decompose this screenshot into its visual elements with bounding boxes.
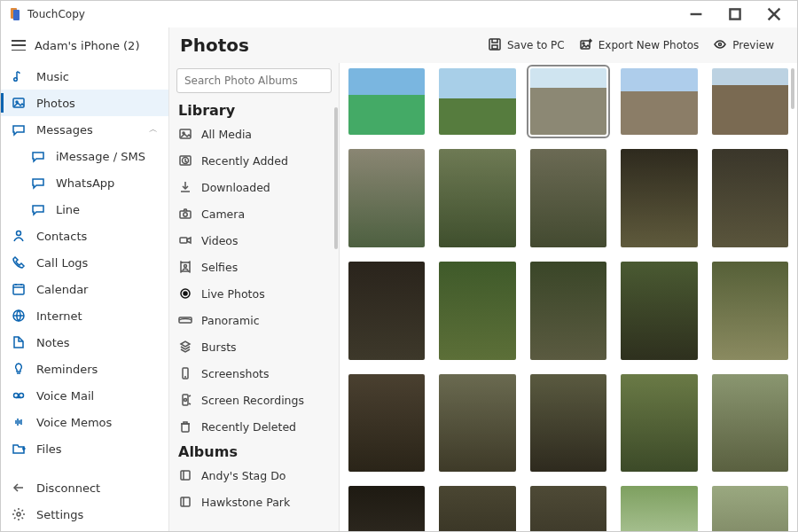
nav-line[interactable]: Line bbox=[1, 196, 168, 223]
library-item-label: All Media bbox=[201, 128, 252, 141]
nav-notes[interactable]: Notes bbox=[1, 329, 168, 356]
save-to-pc-button[interactable]: Save to PC bbox=[481, 34, 572, 58]
photo-thumbnail[interactable] bbox=[348, 374, 425, 473]
person-icon bbox=[12, 229, 26, 243]
library-item-recent[interactable]: Recently Added bbox=[169, 147, 339, 174]
library-item-camera[interactable]: Camera bbox=[169, 200, 339, 227]
library-item-label: Live Photos bbox=[201, 287, 265, 301]
photo-thumbnail[interactable] bbox=[712, 374, 788, 473]
library-item-allmedia[interactable]: All Media bbox=[169, 121, 339, 147]
svg-rect-34 bbox=[180, 238, 187, 243]
photo-thumbnail[interactable] bbox=[530, 149, 606, 247]
nav-contacts[interactable]: Contacts bbox=[1, 223, 168, 249]
photo-thumbnail[interactable] bbox=[712, 149, 788, 247]
nav-label: Call Logs bbox=[36, 256, 88, 270]
nav-label: Messages bbox=[36, 123, 93, 137]
photo-thumbnail[interactable] bbox=[348, 262, 425, 360]
photo-thumbnail[interactable] bbox=[530, 262, 606, 360]
svg-point-24 bbox=[583, 43, 584, 44]
album-scrollbar[interactable] bbox=[334, 107, 338, 249]
nav-label: Voice Mail bbox=[36, 389, 94, 403]
preview-button[interactable]: Preview bbox=[706, 34, 781, 58]
music-note-icon bbox=[12, 69, 26, 83]
photo-thumbnail[interactable] bbox=[439, 149, 515, 247]
nav-photos[interactable]: Photos bbox=[1, 90, 168, 116]
eye-icon bbox=[713, 37, 727, 54]
nav-calendar[interactable]: Calendar bbox=[1, 276, 168, 302]
photo-thumbnail[interactable] bbox=[348, 149, 425, 247]
photo-thumbnail[interactable] bbox=[621, 374, 697, 473]
window-maximize-button[interactable] bbox=[716, 1, 755, 27]
photo-thumbnail[interactable] bbox=[621, 68, 697, 135]
nav-label: Music bbox=[36, 70, 69, 83]
nav-voicememos[interactable]: Voice Memos bbox=[1, 409, 168, 435]
nav-imessage[interactable]: iMessage / SMS bbox=[1, 143, 168, 169]
library-item-videos[interactable]: Videos bbox=[169, 227, 339, 254]
library-item-screenrec[interactable]: Screen Recordings bbox=[169, 387, 339, 413]
page-header: Photos Save to PC Export New Photos Prev… bbox=[169, 27, 797, 63]
library-item-selfies[interactable]: Selfies bbox=[169, 254, 339, 280]
camera-icon bbox=[178, 207, 192, 221]
album-item[interactable]: Andy's Stag Do bbox=[169, 462, 339, 489]
photo-thumbnail[interactable] bbox=[712, 68, 788, 135]
nav-whatsapp[interactable]: WhatsApp bbox=[1, 169, 168, 196]
photo-thumbnail[interactable] bbox=[439, 374, 515, 473]
image-icon bbox=[178, 127, 192, 141]
photo-thumbnail[interactable] bbox=[621, 486, 697, 532]
photo-thumbnail[interactable] bbox=[621, 262, 697, 360]
library-section-title: Library bbox=[169, 98, 339, 121]
library-item-bursts[interactable]: Bursts bbox=[169, 333, 339, 360]
globe-icon bbox=[12, 309, 26, 323]
photo-thumbnail[interactable] bbox=[439, 68, 515, 135]
photo-thumbnail[interactable] bbox=[530, 486, 606, 532]
hamburger-icon[interactable] bbox=[12, 40, 26, 51]
library-item-live[interactable]: Live Photos bbox=[169, 280, 339, 307]
library-item-panoramic[interactable]: Panoramic bbox=[169, 307, 339, 333]
export-new-photos-button[interactable]: Export New Photos bbox=[572, 34, 707, 58]
window-titlebar: TouchCopy bbox=[1, 1, 797, 27]
nav-calllogs[interactable]: Call Logs bbox=[1, 249, 168, 276]
nav-settings[interactable]: Settings bbox=[1, 501, 168, 528]
photo-thumbnail[interactable] bbox=[530, 374, 606, 473]
search-input[interactable] bbox=[176, 68, 332, 93]
nav-music[interactable]: Music bbox=[1, 63, 168, 90]
nav-messages[interactable]: Messages ︿ bbox=[1, 116, 168, 143]
library-item-label: Screenshots bbox=[201, 367, 269, 380]
nav-label: Line bbox=[56, 203, 80, 216]
library-item-screenshots[interactable]: Screenshots bbox=[169, 360, 339, 387]
grid-scrollbar[interactable] bbox=[791, 68, 794, 109]
nav-voicemail[interactable]: Voice Mail bbox=[1, 382, 168, 409]
photo-thumbnail[interactable] bbox=[712, 486, 788, 532]
svg-point-33 bbox=[184, 213, 187, 216]
photo-thumbnail[interactable] bbox=[348, 68, 425, 135]
photo-thumbnail[interactable] bbox=[348, 486, 425, 532]
library-item-label: Recently Added bbox=[201, 154, 288, 168]
library-item-recdeleted[interactable]: Recently Deleted bbox=[169, 413, 339, 440]
svg-rect-1 bbox=[13, 10, 20, 20]
photo-thumbnail[interactable] bbox=[712, 262, 788, 360]
photo-thumbnail[interactable] bbox=[530, 68, 606, 135]
photo-thumbnail[interactable] bbox=[439, 262, 515, 360]
window-close-button[interactable] bbox=[755, 1, 794, 27]
calendar-icon bbox=[12, 282, 26, 296]
window-minimize-button[interactable] bbox=[677, 1, 716, 27]
nav-label: Internet bbox=[36, 309, 82, 323]
nav-files[interactable]: Files bbox=[1, 435, 168, 462]
device-name: Adam's iPhone (2) bbox=[35, 39, 139, 52]
photo-thumbnail[interactable] bbox=[439, 486, 515, 532]
nav-label: Contacts bbox=[36, 230, 87, 243]
photo-thumbnail[interactable] bbox=[621, 149, 697, 247]
nav-disconnect[interactable]: Disconnect bbox=[1, 474, 168, 501]
album-item[interactable]: Hawkstone Park bbox=[169, 489, 339, 515]
nav-label: Photos bbox=[36, 97, 75, 110]
svg-point-20 bbox=[17, 512, 20, 516]
chat-bubble-icon bbox=[31, 176, 45, 190]
phone-icon bbox=[12, 255, 26, 270]
left-sidebar: Adam's iPhone (2) Music Photos Messages … bbox=[1, 27, 169, 532]
download-icon bbox=[178, 180, 192, 194]
svg-rect-45 bbox=[181, 471, 190, 480]
library-item-downloaded[interactable]: Downloaded bbox=[169, 174, 339, 200]
nav-internet[interactable]: Internet bbox=[1, 302, 168, 329]
export-icon bbox=[579, 37, 593, 54]
nav-reminders[interactable]: Reminders bbox=[1, 356, 168, 382]
